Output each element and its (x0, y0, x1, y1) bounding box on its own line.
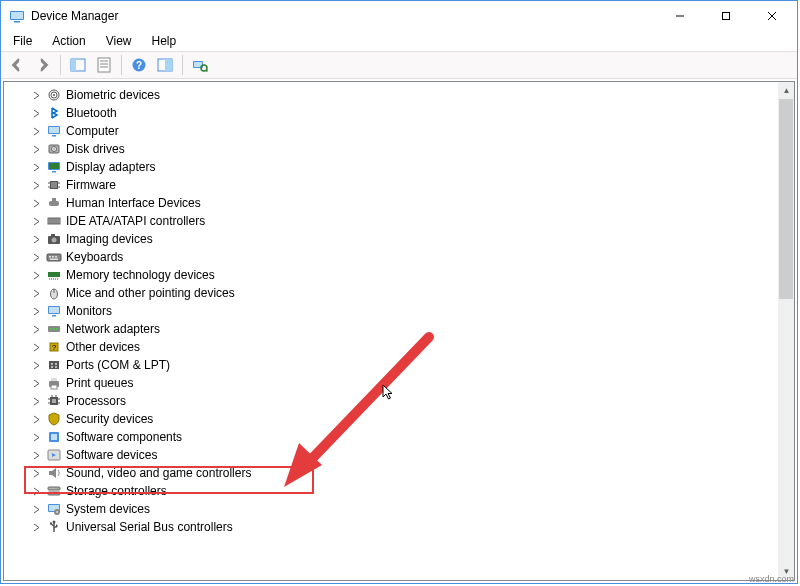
svg-rect-58 (53, 278, 54, 280)
tree-item-security[interactable]: Security devices (22, 410, 777, 428)
tree-item-network[interactable]: Network adapters (22, 320, 777, 338)
chevron-right-icon[interactable] (30, 431, 42, 443)
tree-item-label: IDE ATA/ATAPI controllers (66, 214, 205, 228)
svg-rect-1 (14, 21, 20, 23)
forward-button[interactable] (31, 54, 55, 76)
chevron-right-icon[interactable] (30, 485, 42, 497)
tree-item-label: Memory technology devices (66, 268, 215, 282)
watermark: wsxdn.com (749, 574, 794, 584)
tree-item-chip[interactable]: Firmware (22, 176, 777, 194)
svg-rect-104 (50, 523, 52, 525)
tree-item-hid[interactable]: Human Interface Devices (22, 194, 777, 212)
tree-item-ide[interactable]: IDE ATA/ATAPI controllers (22, 212, 777, 230)
tree-item-label: Disk drives (66, 142, 125, 156)
svg-point-23 (53, 94, 55, 96)
svg-point-69 (56, 328, 58, 330)
chevron-right-icon[interactable] (30, 197, 42, 209)
chevron-right-icon[interactable] (30, 233, 42, 245)
toolbar-separator (182, 55, 183, 75)
menu-help[interactable]: Help (144, 32, 185, 50)
chevron-right-icon[interactable] (30, 341, 42, 353)
chevron-right-icon[interactable] (30, 287, 42, 299)
svg-rect-9 (98, 58, 110, 72)
menu-file[interactable]: File (5, 32, 40, 50)
vertical-scrollbar[interactable]: ▲ ▼ (777, 82, 794, 580)
chevron-right-icon[interactable] (30, 521, 42, 533)
chevron-right-icon[interactable] (30, 143, 42, 155)
toolbar: ? (1, 51, 797, 79)
chevron-right-icon[interactable] (30, 467, 42, 479)
chevron-right-icon[interactable] (30, 179, 42, 191)
chevron-right-icon[interactable] (30, 323, 42, 335)
chevron-right-icon[interactable] (30, 125, 42, 137)
tree-item-camera[interactable]: Imaging devices (22, 230, 777, 248)
tree-item-usb[interactable]: Universal Serial Bus controllers (22, 518, 777, 536)
tree-item-label: Firmware (66, 178, 116, 192)
tree-item-bluetooth[interactable]: Bluetooth (22, 104, 777, 122)
action-center-button[interactable] (153, 54, 177, 76)
chevron-right-icon[interactable] (30, 215, 42, 227)
device-manager-window: Device Manager File Action View Help (0, 0, 798, 584)
tree-item-system[interactable]: System devices (22, 500, 777, 518)
chevron-right-icon[interactable] (30, 269, 42, 281)
chevron-right-icon[interactable] (30, 305, 42, 317)
tree-item-mouse[interactable]: Mice and other pointing devices (22, 284, 777, 302)
console-tree-button[interactable] (66, 54, 90, 76)
tree-item-storage[interactable]: Storage controllers (22, 482, 777, 500)
tree-item-component[interactable]: Software components (22, 428, 777, 446)
tree-item-keyboard[interactable]: Keyboards (22, 248, 777, 266)
monitor-icon (46, 123, 62, 139)
tree-item-fingerprint[interactable]: Biometric devices (22, 86, 777, 104)
svg-rect-53 (55, 256, 57, 258)
chevron-right-icon[interactable] (30, 359, 42, 371)
svg-point-99 (56, 511, 58, 513)
back-button[interactable] (5, 54, 29, 76)
help-button[interactable]: ? (127, 54, 151, 76)
menu-action[interactable]: Action (44, 32, 93, 50)
svg-rect-40 (52, 198, 56, 201)
tree-item-printer[interactable]: Print queues (22, 374, 777, 392)
tree-item-monitor[interactable]: Computer (22, 122, 777, 140)
tree-item-port[interactable]: Ports (COM & LPT) (22, 356, 777, 374)
scroll-up-button[interactable]: ▲ (778, 82, 795, 99)
chevron-right-icon[interactable] (30, 449, 42, 461)
chevron-right-icon[interactable] (30, 503, 42, 515)
maximize-button[interactable] (703, 1, 749, 31)
tree-item-memory[interactable]: Memory technology devices (22, 266, 777, 284)
svg-point-68 (53, 328, 55, 330)
scan-hardware-button[interactable] (188, 54, 212, 76)
minimize-button[interactable] (657, 1, 703, 31)
chevron-right-icon[interactable] (30, 413, 42, 425)
svg-rect-56 (49, 278, 50, 280)
svg-text:?: ? (52, 343, 57, 352)
component-icon (46, 429, 62, 445)
ide-icon (46, 213, 62, 229)
scroll-thumb[interactable] (779, 99, 793, 299)
tree-item-label: Display adapters (66, 160, 155, 174)
chevron-right-icon[interactable] (30, 161, 42, 173)
properties-button[interactable] (92, 54, 116, 76)
tree-item-sound[interactable]: Sound, video and game controllers (22, 464, 777, 482)
tree-item-display[interactable]: Display adapters (22, 158, 777, 176)
svg-point-29 (53, 148, 54, 149)
close-button[interactable] (749, 1, 795, 31)
tree-item-disk[interactable]: Disk drives (22, 140, 777, 158)
tree-item-other[interactable]: ?Other devices (22, 338, 777, 356)
mouse-icon (46, 285, 62, 301)
camera-icon (46, 231, 62, 247)
svg-rect-65 (52, 315, 56, 317)
chevron-right-icon[interactable] (30, 251, 42, 263)
network-icon (46, 321, 62, 337)
menu-view[interactable]: View (98, 32, 140, 50)
chevron-right-icon[interactable] (30, 89, 42, 101)
chevron-right-icon[interactable] (30, 107, 42, 119)
chevron-right-icon[interactable] (30, 377, 42, 389)
tree-item-monitor[interactable]: Monitors (22, 302, 777, 320)
svg-rect-72 (49, 361, 59, 369)
svg-rect-57 (51, 278, 52, 280)
window-title: Device Manager (31, 9, 118, 23)
svg-rect-8 (71, 59, 76, 71)
tree-item-cpu[interactable]: Processors (22, 392, 777, 410)
tree-item-software[interactable]: Software devices (22, 446, 777, 464)
chevron-right-icon[interactable] (30, 395, 42, 407)
